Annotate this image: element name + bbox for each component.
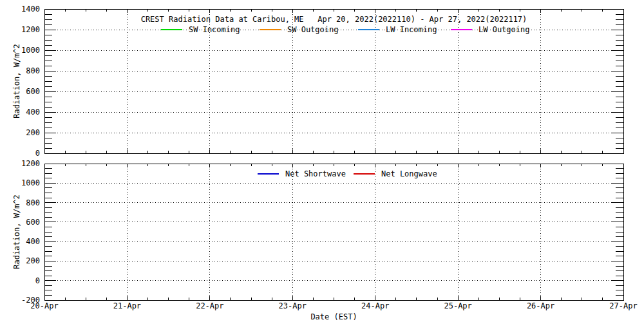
y-tick-label: 1000 — [21, 46, 40, 55]
chart-title: CREST Radiation Data at Caribou, ME Apr … — [141, 15, 527, 24]
x-tick-label: 23-Apr — [279, 301, 307, 310]
legend-label: Net Longwave — [381, 169, 437, 178]
plot-border — [44, 164, 623, 300]
y-tick-label: 400 — [26, 237, 40, 246]
x-tick-label: 27-Apr — [609, 301, 637, 310]
legend-label: Net Shortwave — [285, 169, 346, 178]
y-tick-label: 200 — [26, 128, 40, 137]
y-axis-label: Radiation, W/m^2 — [12, 194, 21, 269]
y-tick-label: 0 — [35, 149, 40, 158]
x-tick-label: 21-Apr — [113, 301, 141, 310]
y-tick-label: 0 — [35, 276, 40, 285]
y-tick-label: 800 — [26, 66, 40, 75]
y-tick-label: 400 — [26, 108, 40, 117]
x-tick-label: 25-Apr — [444, 301, 471, 310]
y-tick-label: 600 — [26, 87, 40, 96]
y-tick-label: 800 — [26, 198, 40, 207]
legend-label: LW Outgoing — [478, 25, 529, 34]
legend-label: SW Outgoing — [287, 25, 338, 34]
y-tick-label: 1000 — [21, 178, 40, 187]
x-tick-label: 26-Apr — [527, 301, 554, 310]
legend-label: SW Incoming — [189, 25, 240, 34]
x-tick-label: 24-Apr — [361, 301, 389, 310]
legend-label: LW Incoming — [386, 25, 437, 34]
x-tick-label: 20-Apr — [30, 301, 58, 310]
y-tick-label: 1400 — [21, 5, 40, 14]
y-tick-label: 1200 — [21, 159, 40, 168]
y-tick-label: 600 — [26, 218, 40, 227]
x-axis-label: Date (EST) — [310, 312, 357, 321]
y-tick-label: 200 — [26, 256, 40, 265]
y-tick-label: 1200 — [21, 25, 40, 34]
radiation-chart-svg: 0200400600800100012001400Radiation, W/m^… — [0, 0, 644, 322]
radiation-figure: 0200400600800100012001400Radiation, W/m^… — [0, 0, 644, 322]
y-axis-label: Radiation, W/m^2 — [12, 44, 21, 118]
x-tick-label: 22-Apr — [196, 301, 223, 310]
